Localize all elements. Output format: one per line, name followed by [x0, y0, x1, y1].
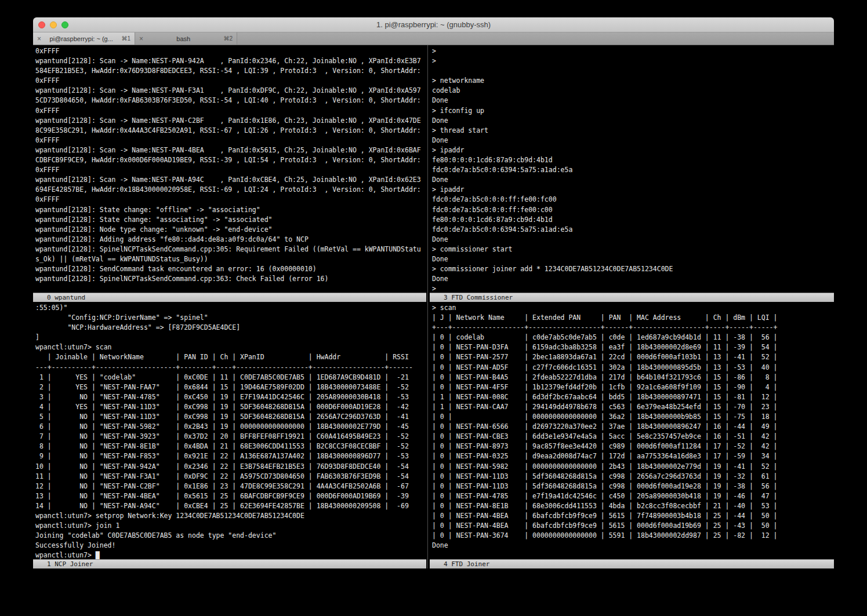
pane-row-bottom: :55:05)" "Config:NCP:DriverName" => "spi… — [33, 302, 834, 568]
terminal-area: 0xFFFF wpantund[2128]: Scan -> Name:NEST… — [33, 45, 834, 600]
pane-title: 3 FTD Commissioner — [444, 294, 513, 301]
tab-bar: × pi@raspberrypi: ~ (g... ⌘1 × bash ⌘2 — [33, 32, 834, 45]
window-bottom-margin — [33, 568, 834, 600]
tab-close-icon[interactable]: × — [37, 35, 41, 42]
pane-wpantund-output[interactable]: 0xFFFF wpantund[2128]: Scan -> Name:NEST… — [33, 45, 426, 293]
pane-wpantund-title-bar[interactable]: 0 wpantund — [33, 293, 426, 302]
tab-bar-empty-area — [237, 32, 834, 45]
pane-ftd-joiner-output[interactable]: > scan | J | Network Name | Extended PAN… — [430, 302, 834, 559]
tab-ssh-session[interactable]: × pi@raspberrypi: ~ (g... ⌘1 — [33, 32, 135, 45]
pane-title: 4 FTD Joiner — [444, 560, 489, 568]
pane-divider-vertical[interactable] — [426, 45, 430, 302]
tab-bash[interactable]: × bash ⌘2 — [135, 32, 237, 45]
close-window-button[interactable] — [38, 21, 45, 28]
pane-ncp-joiner-title-bar[interactable]: 1 NCP Joiner — [33, 559, 426, 568]
pane-row-top: 0xFFFF wpantund[2128]: Scan -> Name:NEST… — [33, 45, 834, 302]
pane-ftd-joiner: > scan | J | Network Name | Extended PAN… — [430, 302, 834, 568]
pane-ftd-commissioner: > > > networkname codelab Done > ifconfi… — [430, 45, 834, 302]
tab-label: pi@raspberrypi: ~ (g... — [44, 35, 118, 42]
tab-close-icon[interactable]: × — [139, 35, 143, 42]
minimize-window-button[interactable] — [50, 21, 57, 28]
terminal-window: 1. pi@raspberrypi: ~ (gnubby-ssh) × pi@r… — [33, 17, 834, 600]
pane-ftd-commissioner-output[interactable]: > > > networkname codelab Done > ifconfi… — [430, 45, 834, 293]
pane-divider-vertical[interactable] — [426, 302, 430, 568]
tab-shortcut: ⌘1 — [121, 35, 130, 42]
zoom-window-button[interactable] — [61, 21, 68, 28]
tab-label: bash — [146, 35, 220, 42]
pane-ncp-joiner-output[interactable]: :55:05)" "Config:NCP:DriverName" => "spi… — [33, 302, 426, 559]
pane-title: 0 wpantund — [47, 294, 85, 301]
desktop-background: 1. pi@raspberrypi: ~ (gnubby-ssh) × pi@r… — [0, 0, 867, 616]
window-title: 1. pi@raspberrypi: ~ (gnubby-ssh) — [376, 20, 491, 29]
window-titlebar[interactable]: 1. pi@raspberrypi: ~ (gnubby-ssh) — [33, 17, 834, 32]
pane-ncp-joiner: :55:05)" "Config:NCP:DriverName" => "spi… — [33, 302, 426, 568]
pane-ftd-commissioner-title-bar[interactable]: 3 FTD Commissioner — [430, 293, 834, 302]
pane-ftd-joiner-title-bar[interactable]: 4 FTD Joiner — [430, 559, 834, 568]
pane-title: 1 NCP Joiner — [47, 560, 93, 568]
traffic-lights — [38, 17, 68, 32]
tab-shortcut: ⌘2 — [223, 35, 233, 42]
pane-wpantund: 0xFFFF wpantund[2128]: Scan -> Name:NEST… — [33, 45, 426, 302]
